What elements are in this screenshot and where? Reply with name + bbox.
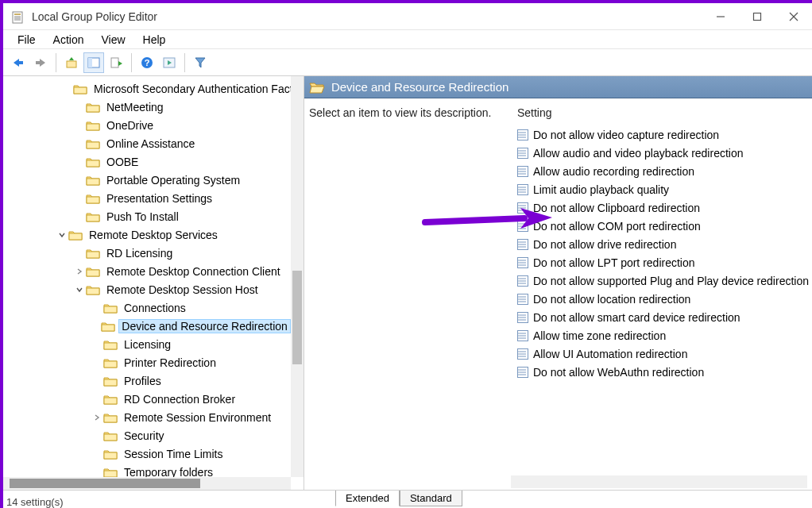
tree-item-label: RD Licensing: [103, 246, 176, 260]
settings-list[interactable]: Do not allow video capture redirectionAl…: [514, 124, 809, 381]
menu-file[interactable]: File: [10, 32, 44, 48]
setting-item[interactable]: Do not allow LPT port redirection: [514, 253, 809, 271]
tree-item[interactable]: NetMeeting: [3, 98, 291, 116]
setting-item[interactable]: Allow audio and video playback redirecti…: [514, 144, 809, 162]
tree-item[interactable]: Remote Desktop Services: [3, 225, 291, 244]
tree-horizontal-scrollbar[interactable]: [3, 477, 291, 490]
svg-rect-26: [87, 124, 99, 130]
toolbar-up-button[interactable]: [61, 52, 82, 73]
setting-item[interactable]: Do not allow drive redirection: [514, 235, 809, 253]
svg-point-136: [518, 356, 520, 357]
tree-item[interactable]: Microsoft Secondary Authentication Facto…: [3, 79, 291, 98]
tab-standard[interactable]: Standard: [400, 491, 462, 506]
tree-item-label: Printer Redirection: [121, 356, 219, 370]
svg-rect-39: [104, 361, 117, 368]
setting-item[interactable]: Do not allow WebAuthn redirection: [514, 363, 809, 381]
setting-item[interactable]: Do not allow smart card device redirecti…: [514, 308, 809, 326]
tree-item[interactable]: Online Assistance: [3, 134, 291, 152]
setting-item[interactable]: Limit audio playback quality: [514, 180, 809, 198]
tree-item[interactable]: Remote Desktop Session Host: [3, 280, 291, 298]
tree-item-label: NetMeeting: [103, 100, 167, 114]
setting-item[interactable]: Do not allow video capture redirection: [514, 125, 809, 144]
tree-item[interactable]: Licensing: [3, 335, 291, 353]
tree-item[interactable]: Device and Resource Redirection: [3, 317, 291, 335]
setting-label: Do not allow Clipboard redirection: [533, 202, 700, 214]
tab-extended[interactable]: Extended: [335, 491, 400, 506]
settings-horizontal-scrollbar[interactable]: [511, 475, 807, 488]
tree-item[interactable]: Profiles: [3, 371, 291, 390]
menu-help[interactable]: Help: [135, 32, 174, 48]
policy-setting-icon: [516, 292, 530, 306]
svg-point-127: [518, 333, 520, 334]
tree-item[interactable]: Printer Redirection: [3, 353, 291, 371]
tree-item[interactable]: Session Time Limits: [3, 444, 291, 463]
svg-rect-29: [87, 179, 99, 185]
svg-point-50: [518, 132, 520, 133]
setting-label: Do not allow drive redirection: [533, 238, 677, 251]
svg-text:?: ?: [145, 58, 150, 67]
chevron-down-icon[interactable]: [56, 231, 68, 239]
view-tabs: Extended Standard: [335, 489, 462, 506]
tree-item-label: OOBE: [103, 155, 141, 169]
tree-item[interactable]: Connections: [3, 298, 291, 317]
setting-item[interactable]: Allow time zone redirection: [514, 326, 809, 344]
tree-item-label: Remote Session Environment: [121, 410, 274, 425]
svg-rect-6: [754, 13, 761, 20]
tree-item[interactable]: Remote Desktop Connection Client: [3, 262, 291, 280]
close-button[interactable]: [775, 4, 812, 29]
toolbar-forward-button[interactable]: [30, 52, 51, 73]
tree-item[interactable]: Presentation Settings: [3, 189, 291, 207]
minimize-button[interactable]: [702, 4, 739, 29]
menu-action[interactable]: Action: [45, 32, 92, 48]
setting-item[interactable]: Do not allow COM port redirection: [514, 217, 809, 235]
chevron-right-icon[interactable]: [91, 414, 103, 421]
tree-item[interactable]: OneDrive: [3, 116, 291, 134]
setting-item[interactable]: Do not allow Clipboard redirection: [514, 198, 809, 217]
tree-item[interactable]: Push To Install: [3, 207, 291, 225]
svg-rect-1: [14, 13, 21, 15]
policy-setting-icon: [516, 329, 530, 343]
toolbar-filter-button[interactable]: [190, 52, 211, 73]
maximize-button[interactable]: [739, 4, 775, 29]
svg-point-78: [518, 205, 520, 206]
setting-item[interactable]: Do not allow supported Plug and Play dev…: [514, 271, 809, 290]
toolbar-separator: [56, 53, 56, 72]
menubar: File Action View Help: [3, 30, 812, 49]
tree-item[interactable]: OOBE: [3, 152, 291, 171]
setting-label: Do not allow WebAuthn redirection: [533, 366, 704, 379]
details-header-title: Device and Resource Redirection: [331, 80, 508, 94]
svg-point-80: [518, 210, 520, 211]
toolbar-export-button[interactable]: [106, 52, 126, 73]
setting-item[interactable]: Do not allow location redirection: [514, 290, 809, 308]
toolbar-show-hide-tree-button[interactable]: [83, 52, 104, 73]
setting-item[interactable]: Allow audio recording redirection: [514, 162, 809, 180]
svg-marker-9: [14, 59, 19, 67]
svg-rect-10: [19, 61, 23, 64]
tree-item[interactable]: Portable Operating System: [3, 171, 291, 189]
tree-item[interactable]: Temporary folders: [3, 463, 291, 477]
tree-item[interactable]: Security: [3, 426, 291, 444]
tree-item-label: Session Time Limits: [121, 447, 226, 461]
tree-item[interactable]: RD Connection Broker: [3, 390, 291, 408]
tree-item[interactable]: RD Licensing: [3, 244, 291, 262]
tree-item-label: OneDrive: [103, 118, 157, 133]
tree[interactable]: Microsoft Secondary Authentication Facto…: [3, 76, 291, 477]
gpedit-app-icon: [11, 10, 25, 24]
folder-icon: [103, 430, 118, 441]
setting-item[interactable]: Allow UI Automation redirection: [514, 344, 809, 363]
tree-item[interactable]: Remote Session Environment: [3, 408, 291, 426]
folder-icon: [103, 412, 118, 423]
chevron-right-icon[interactable]: [73, 267, 86, 275]
folder-icon: [86, 175, 100, 186]
window-title: Local Group Policy Editor: [32, 10, 157, 23]
toolbar-help-button[interactable]: ?: [137, 52, 157, 73]
setting-label: Allow audio recording redirection: [533, 165, 694, 178]
tree-vertical-scrollbar[interactable]: [291, 76, 304, 477]
svg-point-122: [518, 319, 520, 321]
menu-view[interactable]: View: [93, 32, 133, 48]
settings-column-header[interactable]: Setting: [514, 106, 809, 124]
svg-point-57: [518, 150, 520, 152]
toolbar-properties-button[interactable]: [159, 52, 180, 73]
toolbar-back-button[interactable]: [8, 52, 29, 73]
chevron-down-icon[interactable]: [73, 286, 86, 294]
